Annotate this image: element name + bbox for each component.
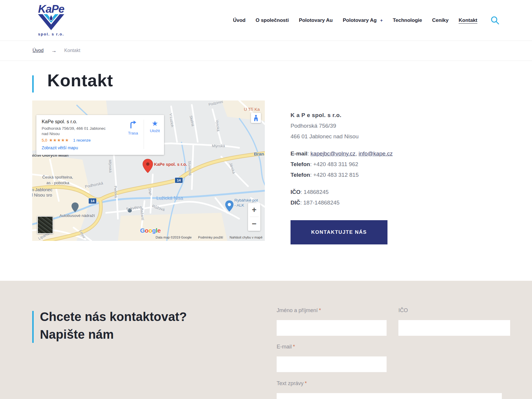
form-heading: Chcete nás kontaktovat? Napište nám	[40, 308, 187, 343]
route-shield: 14	[175, 177, 183, 183]
map-card-rating: 5,0 ★★★★★ 1 recenze	[42, 138, 91, 142]
ico-input[interactable]	[398, 320, 510, 336]
map-info-card: KaPe spol. s r.o. Podhorská 756/39, 466 …	[36, 115, 164, 155]
breadcrumb-home-link[interactable]: Úvod	[33, 48, 43, 53]
map-poi-label: as - pobočka	[46, 181, 69, 185]
map-street-label: Perlová	[113, 186, 118, 198]
larger-map-link[interactable]: Zobrazit větší mapu	[42, 145, 78, 150]
map-marker-label: KaPe spol. s r.o.	[154, 162, 187, 167]
message-textarea[interactable]	[277, 393, 502, 399]
save-button[interactable]: ★ Uložit	[146, 120, 164, 133]
name-input[interactable]	[277, 320, 387, 336]
card-divider	[144, 120, 144, 149]
breadcrumb-arrow-icon: →	[51, 48, 56, 54]
rating-value: 5,0	[42, 138, 47, 142]
map-river-label: Lužická Nisa	[156, 196, 183, 201]
map-card-address: Podhorská 756/39, 466 01 Jablonec nad Ni…	[42, 126, 121, 137]
ico-value: 14868245	[304, 189, 329, 195]
email-link-1[interactable]: kapejbc@volny.cz	[311, 150, 356, 157]
map-street-label: SNP	[148, 188, 152, 195]
save-star-icon: ★	[146, 120, 164, 127]
terms-link[interactable]: Podmínky použití	[198, 236, 223, 239]
breadcrumb-current: Kontakt	[64, 48, 80, 53]
report-error-link[interactable]: Nahlásit chybu v mapě	[230, 236, 262, 239]
map-street-label: Slunečná	[187, 161, 192, 176]
zoom-control: + −	[248, 203, 260, 231]
nav-item-ceniky[interactable]: Ceníky	[432, 17, 449, 23]
nav-item-o-spolecnosti[interactable]: O společnosti	[256, 17, 289, 23]
form-heading-accent-bar	[32, 311, 34, 343]
map-street-label: Mlýnská	[108, 160, 113, 173]
logo-subtitle: spol. s r.o.	[32, 32, 70, 36]
dic-value: 187-14868245	[303, 200, 340, 206]
zoom-in-button[interactable]: +	[248, 203, 260, 217]
directions-icon	[129, 120, 137, 129]
map-card-title: KaPe spol. s r.o.	[42, 119, 77, 124]
search-icon[interactable]	[490, 15, 500, 25]
map-poi-label: m Jablonec	[32, 187, 52, 192]
map-data-copyright: Data map ©2019 Google	[155, 236, 192, 239]
dic-row: DIČ: 187-14868245	[291, 197, 426, 208]
page-title: Kontakt	[47, 70, 113, 90]
email-input[interactable]	[277, 356, 387, 372]
required-asterisk: *	[305, 380, 307, 386]
nav-item-polotovary-ag[interactable]: Polotovary Ag	[343, 17, 377, 23]
logo-funnel-icon	[37, 14, 65, 30]
map-poi-label: U Tří Ka	[244, 107, 260, 112]
required-asterisk: *	[293, 344, 295, 350]
phone-row-1: Telefon: +420 483 311 962	[291, 159, 426, 170]
address-line-1: Podhorská 756/39	[291, 121, 426, 131]
map-poi-label: d Nisou sro	[32, 193, 52, 197]
title-accent-bar	[32, 75, 34, 93]
map-poi-label: Rybářské pot	[234, 198, 258, 202]
email-row: E-mail: kapejbc@volny.cz, info@kape.cz	[291, 148, 426, 159]
map-poi-label: Česká spořitelna,	[42, 175, 73, 179]
map-district-label: Bran	[254, 151, 264, 156]
address-line-2: 466 01 Jablonec nad Nisou	[291, 131, 426, 142]
phone-number-2: +420 483 312 815	[313, 172, 359, 178]
contact-us-button[interactable]: KONTAKTUJTE NÁS	[291, 220, 387, 244]
map-street-label: Mlýnská	[212, 144, 225, 148]
reviews-link[interactable]: 1 recenze	[73, 138, 91, 142]
ico-field-label: IČO	[398, 307, 408, 314]
phone-row-2: Telefon: +420 483 312 815	[291, 170, 426, 180]
satellite-thumbnail[interactable]	[37, 216, 53, 234]
logo-wordmark: KaPe	[32, 4, 70, 14]
main-nav: Úvod O společnosti Polotovary Au Polotov…	[233, 0, 477, 40]
google-map[interactable]: Podzimní V Luzích Skelná Vysoká Mlýnská …	[32, 100, 265, 241]
nav-dropdown-plus-icon[interactable]: +	[380, 18, 383, 23]
message-field-label: Text zprávy*	[277, 380, 307, 387]
contact-info: K a P e spol. s r.o. Podhorská 756/39 46…	[291, 110, 426, 208]
zoom-out-button[interactable]: −	[248, 217, 260, 231]
required-asterisk: *	[319, 307, 321, 313]
google-logo: Google	[140, 227, 160, 234]
pegman-control[interactable]	[251, 113, 261, 123]
map-poi-label: - ALK	[234, 203, 244, 207]
map-poi-label: Autobusové nádraží	[59, 213, 95, 218]
route-shield: 14	[88, 198, 97, 204]
nav-item-polotovary-au[interactable]: Polotovary Au	[299, 17, 333, 23]
pegman-icon	[253, 115, 259, 121]
phone-number-1: +420 483 311 962	[313, 161, 358, 167]
email-link-2[interactable]: info@kape.cz	[359, 150, 392, 157]
nav-item-kontakt[interactable]: Kontakt	[459, 17, 477, 23]
directions-button[interactable]: Trasa	[124, 120, 142, 135]
nav-item-technologie[interactable]: Technologie	[393, 17, 422, 23]
email-field-label: E-mail*	[277, 344, 295, 350]
rating-stars-icon: ★★★★★	[49, 138, 69, 142]
breadcrumb: Úvod → Kontakt	[0, 40, 532, 61]
name-field-label: Jméno a příjmení*	[277, 307, 321, 314]
ico-row: IČO: 14868245	[291, 187, 426, 197]
nav-item-uvod[interactable]: Úvod	[233, 17, 246, 23]
kape-logo[interactable]: KaPe spol. s r.o.	[32, 4, 70, 36]
company-name: K a P e spol. s r.o.	[291, 110, 426, 121]
map-attribution: Data map ©2019 Google Podmínky použití N…	[155, 236, 262, 239]
header: KaPe spol. s r.o. Úvod O společnosti Pol…	[0, 0, 532, 41]
